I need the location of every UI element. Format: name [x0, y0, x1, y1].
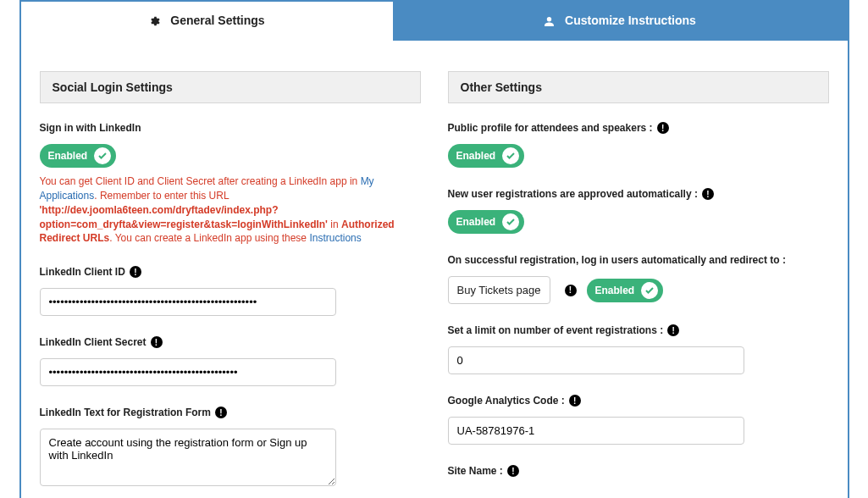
instructions-link[interactable]: Instructions	[309, 232, 361, 244]
info-icon[interactable]: !	[569, 395, 581, 407]
auto-approve-field: New user registrations are approved auto…	[448, 188, 829, 234]
redirect-toggle[interactable]: Enabled	[587, 279, 664, 302]
info-icon[interactable]: !	[215, 407, 227, 418]
tab-bar: General Settings Customize Instructions	[21, 2, 848, 41]
auto-approve-label: New user registrations are approved auto…	[448, 188, 829, 200]
public-profile-field: Public profile for attendees and speaker…	[448, 122, 829, 168]
social-login-header: Social Login Settings	[40, 71, 421, 103]
other-settings-header: Other Settings	[448, 71, 829, 103]
limit-label: Set a limit on number of event registrat…	[448, 324, 829, 336]
check-icon	[502, 147, 519, 164]
info-icon[interactable]: !	[702, 188, 714, 200]
toggle-label: Enabled	[595, 285, 635, 296]
left-column: Social Login Settings Sign in with Linke…	[40, 71, 421, 498]
redirect-row: Buy Tickets page ! Enabled	[448, 276, 829, 304]
client-id-label: LinkedIn Client ID !	[40, 266, 421, 278]
redirect-field: On successful registration, log in users…	[448, 254, 829, 304]
toggle-label: Enabled	[456, 150, 496, 162]
redirect-label: On successful registration, log in users…	[448, 254, 829, 266]
linkedin-signin-toggle[interactable]: Enabled	[40, 144, 117, 168]
client-secret-label: LinkedIn Client Secret !	[40, 336, 421, 348]
info-icon[interactable]: !	[507, 465, 519, 477]
ga-label: Google Analytics Code : !	[448, 395, 829, 407]
toggle-label: Enabled	[48, 150, 88, 162]
tab-customize-instructions[interactable]: Customize Instructions	[393, 2, 848, 41]
info-icon[interactable]: !	[565, 285, 577, 296]
linkedin-help-text: You can get Client ID and Client Secret …	[40, 174, 421, 246]
tab-general-settings[interactable]: General Settings	[21, 2, 393, 41]
reg-text-input[interactable]	[40, 429, 336, 486]
linkedin-signin-label: Sign in with LinkedIn	[40, 122, 421, 134]
linkedin-signin-field: Sign in with LinkedIn Enabled You can ge…	[40, 122, 421, 246]
info-icon[interactable]: !	[130, 266, 141, 278]
public-profile-label: Public profile for attendees and speaker…	[448, 122, 829, 134]
right-column: Other Settings Public profile for attend…	[448, 71, 829, 498]
user-icon	[544, 16, 555, 27]
auto-approve-toggle[interactable]: Enabled	[448, 210, 525, 234]
reg-text-field: LinkedIn Text for Registration Form !	[40, 407, 421, 489]
tab-general-label: General Settings	[170, 14, 264, 27]
redirect-page-select[interactable]: Buy Tickets page	[448, 276, 550, 304]
client-id-field: LinkedIn Client ID !	[40, 266, 421, 316]
client-secret-input[interactable]	[40, 358, 336, 386]
tab-customize-label: Customize Instructions	[565, 14, 696, 27]
settings-container: General Settings Customize Instructions …	[19, 0, 849, 498]
site-name-field: Site Name : !	[448, 465, 829, 477]
site-name-label: Site Name : !	[448, 465, 829, 477]
toggle-label: Enabled	[456, 216, 496, 228]
ga-field: Google Analytics Code : !	[448, 395, 829, 445]
check-icon	[502, 213, 519, 230]
public-profile-toggle[interactable]: Enabled	[448, 144, 525, 168]
client-secret-field: LinkedIn Client Secret !	[40, 336, 421, 386]
info-icon[interactable]: !	[667, 324, 679, 336]
client-id-input[interactable]	[40, 288, 336, 316]
check-icon	[94, 147, 111, 164]
reg-text-label: LinkedIn Text for Registration Form !	[40, 407, 421, 418]
ga-input[interactable]	[448, 417, 744, 445]
limit-field: Set a limit on number of event registrat…	[448, 324, 829, 374]
limit-input[interactable]	[448, 346, 744, 374]
info-icon[interactable]: !	[151, 336, 163, 348]
gear-icon	[148, 15, 160, 27]
check-icon	[641, 282, 658, 299]
info-icon[interactable]: !	[657, 122, 669, 134]
content-area: Social Login Settings Sign in with Linke…	[21, 41, 848, 498]
